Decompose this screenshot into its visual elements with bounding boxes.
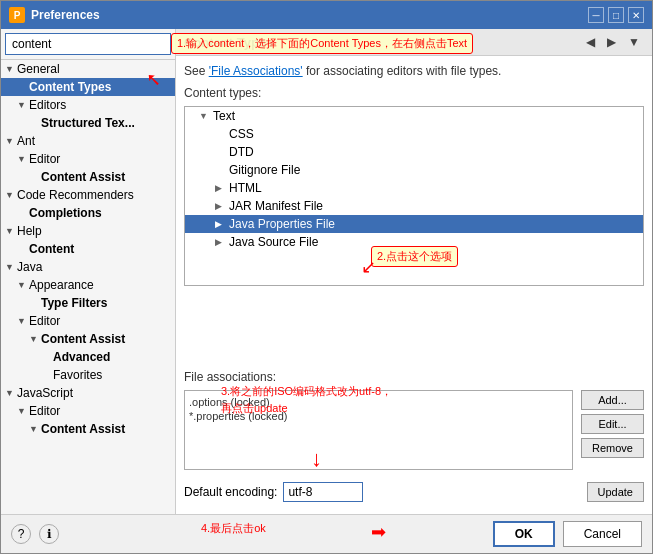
tree-label-editors: Editors: [29, 98, 66, 112]
tree-panel: ▼GeneralContent Types▼EditorsStructured …: [1, 60, 175, 514]
remove-button[interactable]: Remove: [581, 438, 644, 458]
tree-item-content-types[interactable]: Content Types: [1, 78, 175, 96]
content-types-list[interactable]: ▼TextCSSDTDGitignore File▶HTML▶JAR Manif…: [184, 106, 644, 286]
add-button[interactable]: Add...: [581, 390, 644, 410]
content-types-label: Content types:: [184, 86, 644, 100]
tree-arrow-help: ▼: [5, 226, 17, 236]
tree-item-ant-editor[interactable]: ▼Editor: [1, 150, 175, 168]
tree-item-java-content-assist[interactable]: ▼Content Assist: [1, 330, 175, 348]
tree-label-advanced: Advanced: [53, 350, 110, 364]
content-types-section: Content types: ▼TextCSSDTDGitignore File…: [184, 86, 644, 362]
type-item-java-properties[interactable]: ▶Java Properties File: [185, 215, 643, 233]
right-header: Content Types ◀ ▶ ▼: [176, 29, 652, 56]
tree-item-completions[interactable]: Completions: [1, 204, 175, 222]
bottom-bar: ? ℹ OK Cancel: [1, 514, 652, 553]
tree-label-js-editor: Editor: [29, 404, 60, 418]
type-arrow-java-source: ▶: [215, 237, 225, 247]
tree-label-help: Help: [17, 224, 42, 238]
tree-label-java-content-assist: Content Assist: [41, 332, 125, 346]
tree-item-type-filters[interactable]: Type Filters: [1, 294, 175, 312]
menu-button[interactable]: ▼: [624, 33, 644, 51]
app-icon: P: [9, 7, 25, 23]
tree-label-js-content-assist: Content Assist: [41, 422, 125, 436]
type-item-dtd[interactable]: DTD: [185, 143, 643, 161]
tree-item-java-editor[interactable]: ▼Editor: [1, 312, 175, 330]
help-button[interactable]: ?: [11, 524, 31, 544]
type-item-java-source[interactable]: ▶Java Source File: [185, 233, 643, 251]
tree-arrow-js-content-assist: ▼: [29, 424, 41, 434]
tree-arrow-javascript: ▼: [5, 388, 17, 398]
tree-arrow-editors: ▼: [17, 100, 29, 110]
tree-label-java: Java: [17, 260, 42, 274]
tree-item-content-assist[interactable]: Content Assist: [1, 168, 175, 186]
tree-arrow-java: ▼: [5, 262, 17, 272]
tree-label-ant-editor: Editor: [29, 152, 60, 166]
search-bar: [1, 29, 175, 60]
tree-label-java-editor: Editor: [29, 314, 60, 328]
assoc-row: .options (locked)*.properties (locked) A…: [184, 390, 644, 470]
tree-item-javascript[interactable]: ▼JavaScript: [1, 384, 175, 402]
tree-item-favorites[interactable]: Favorites: [1, 366, 175, 384]
right-toolbar: ◀ ▶ ▼: [582, 33, 644, 51]
tree-item-general[interactable]: ▼General: [1, 60, 175, 78]
encoding-input[interactable]: [283, 482, 363, 502]
tree-label-completions: Completions: [29, 206, 102, 220]
tree-item-java[interactable]: ▼Java: [1, 258, 175, 276]
tree-label-content-types: Content Types: [29, 80, 111, 94]
assoc-buttons: Add... Edit... Remove: [581, 390, 644, 470]
tree-label-type-filters: Type Filters: [41, 296, 107, 310]
close-button[interactable]: ✕: [628, 7, 644, 23]
file-associations-link[interactable]: 'File Associations': [209, 64, 303, 78]
update-button[interactable]: Update: [587, 482, 644, 502]
tree-label-code-recommenders: Code Recommenders: [17, 188, 134, 202]
tree-item-advanced[interactable]: Advanced: [1, 348, 175, 366]
file-assoc-label: File associations:: [184, 370, 644, 384]
back-button[interactable]: ◀: [582, 33, 599, 51]
type-item-jar-manifest[interactable]: ▶JAR Manifest File: [185, 197, 643, 215]
type-label-gitignore: Gitignore File: [229, 163, 300, 177]
type-arrow-html: ▶: [215, 183, 225, 193]
file-assoc-list: .options (locked)*.properties (locked): [184, 390, 573, 470]
tree-item-appearance[interactable]: ▼Appearance: [1, 276, 175, 294]
encoding-label: Default encoding:: [184, 485, 277, 499]
tree-item-help[interactable]: ▼Help: [1, 222, 175, 240]
info-button[interactable]: ℹ: [39, 524, 59, 544]
tree-item-structured-text[interactable]: Structured Tex...: [1, 114, 175, 132]
search-input[interactable]: [5, 33, 171, 55]
tree-arrow-java-content-assist: ▼: [29, 334, 41, 344]
maximize-button[interactable]: □: [608, 7, 624, 23]
left-panel: ▼GeneralContent Types▼EditorsStructured …: [1, 29, 176, 514]
main-layout: ▼GeneralContent Types▼EditorsStructured …: [1, 29, 652, 514]
tree-item-ant[interactable]: ▼Ant: [1, 132, 175, 150]
tree-label-favorites: Favorites: [53, 368, 102, 382]
forward-button[interactable]: ▶: [603, 33, 620, 51]
tree-label-appearance: Appearance: [29, 278, 94, 292]
info-text: See 'File Associations' for associating …: [184, 64, 644, 78]
cancel-button[interactable]: Cancel: [563, 521, 642, 547]
panel-title: Content Types: [184, 35, 273, 50]
tree-arrow-java-editor: ▼: [17, 316, 29, 326]
type-item-text[interactable]: ▼Text: [185, 107, 643, 125]
tree-item-js-editor[interactable]: ▼Editor: [1, 402, 175, 420]
type-item-gitignore[interactable]: Gitignore File: [185, 161, 643, 179]
minimize-button[interactable]: ─: [588, 7, 604, 23]
tree-item-help-content[interactable]: Content: [1, 240, 175, 258]
assoc-item-1: *.properties (locked): [189, 409, 568, 423]
encoding-row: Default encoding: Update: [184, 478, 644, 506]
bottom-left: ? ℹ: [11, 524, 59, 544]
edit-button[interactable]: Edit...: [581, 414, 644, 434]
type-label-text: Text: [213, 109, 235, 123]
file-assoc-section: File associations: .options (locked)*.pr…: [184, 370, 644, 470]
right-panel: Content Types ◀ ▶ ▼ See 'File Associatio…: [176, 29, 652, 514]
tree-label-general: General: [17, 62, 60, 76]
type-item-css[interactable]: CSS: [185, 125, 643, 143]
tree-item-js-content-assist[interactable]: ▼Content Assist: [1, 420, 175, 438]
tree-arrow-appearance: ▼: [17, 280, 29, 290]
tree-item-code-recommenders[interactable]: ▼Code Recommenders: [1, 186, 175, 204]
tree-label-content-assist: Content Assist: [41, 170, 125, 184]
ok-button[interactable]: OK: [493, 521, 555, 547]
type-item-html[interactable]: ▶HTML: [185, 179, 643, 197]
tree-label-structured-text: Structured Tex...: [41, 116, 135, 130]
preferences-window: P Preferences ─ □ ✕ ▼GeneralContent Type…: [0, 0, 653, 554]
tree-item-editors[interactable]: ▼Editors: [1, 96, 175, 114]
